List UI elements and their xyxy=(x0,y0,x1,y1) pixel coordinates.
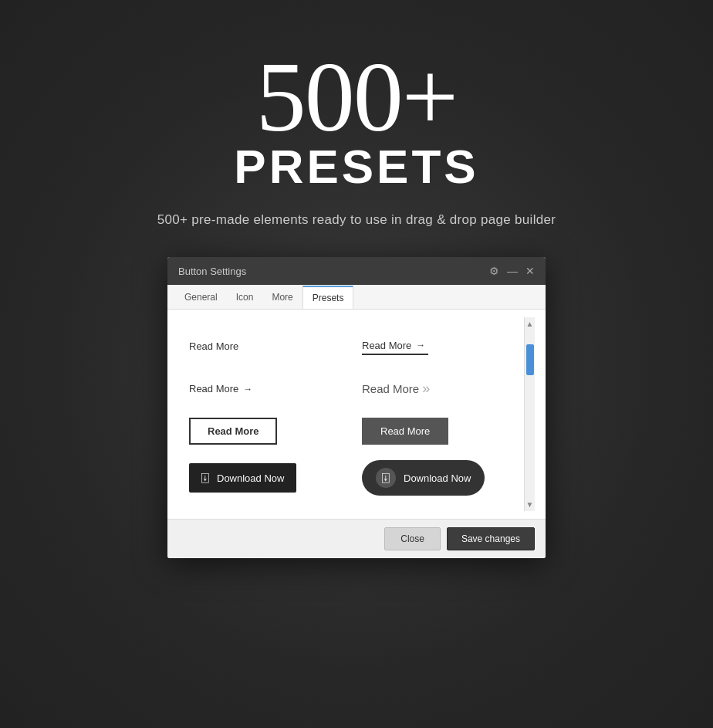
dialog-title: Button Settings xyxy=(178,266,246,277)
tab-icon[interactable]: Icon xyxy=(227,285,263,309)
preset-cell-arrow-text: Read More → xyxy=(178,367,351,410)
arrow-text-label: Read More xyxy=(189,383,238,394)
preset-outlined-button[interactable]: Read More xyxy=(189,418,277,445)
subtitle-text: 500+ pre-made elements ready to use in d… xyxy=(157,212,556,228)
scrollbar[interactable]: ▲ ▼ xyxy=(524,317,535,511)
cloud-download-icon: ⍗ xyxy=(201,471,209,485)
preset-underline-arrow-button[interactable]: Read More → xyxy=(362,338,428,355)
scroll-up-arrow[interactable]: ▲ xyxy=(526,320,534,328)
preset-cell-double-arrow: Read More » xyxy=(351,367,524,410)
dialog-footer: Close Save changes xyxy=(167,519,546,558)
gear-icon[interactable]: ⚙ xyxy=(489,265,499,277)
dialog-controls: ⚙ — ✕ xyxy=(489,265,535,277)
preset-plain-text-button[interactable]: Read More xyxy=(189,339,238,354)
double-arrow-label: Read More xyxy=(362,382,419,395)
preset-black-icon-button[interactable]: ⍗ Download Now xyxy=(189,463,296,493)
dialog-window: Button Settings ⚙ — ✕ General Icon More … xyxy=(167,257,546,558)
presets-grid: Read More Read More → Read More → xyxy=(178,317,524,511)
close-icon[interactable]: ✕ xyxy=(525,265,535,277)
scroll-down-arrow[interactable]: ▼ xyxy=(526,500,534,509)
save-changes-button[interactable]: Save changes xyxy=(447,527,535,550)
tab-presets[interactable]: Presets xyxy=(302,286,354,309)
dialog-tabs: General Icon More Presets xyxy=(167,285,546,310)
small-arrow-icon: → xyxy=(243,384,252,394)
dialog-content: Read More Read More → Read More → xyxy=(167,310,546,519)
preset-cell-outlined: Read More xyxy=(178,410,351,452)
double-arrow-icon: » xyxy=(422,381,430,397)
tab-more[interactable]: More xyxy=(262,285,302,309)
preset-arrow-text-button[interactable]: Read More → xyxy=(189,381,252,396)
scrollbar-area: Read More Read More → Read More → xyxy=(178,317,535,511)
minimize-icon[interactable]: — xyxy=(507,265,518,277)
preset-dark-round-icon-button[interactable]: ⍗ Download Now xyxy=(362,460,485,496)
hero-section: 500+ PRESETS 500+ pre-made elements read… xyxy=(0,0,713,228)
preset-double-arrow-button[interactable]: Read More » xyxy=(362,379,430,398)
tab-general[interactable]: General xyxy=(175,285,227,309)
preset-cell-underline-arrow: Read More → xyxy=(351,325,524,367)
preset-cell-dark-outlined: Read More xyxy=(351,410,524,452)
big-number: 500+ xyxy=(256,46,457,147)
arrow-icon: → xyxy=(416,340,425,350)
preset-dark-outlined-button[interactable]: Read More xyxy=(362,418,448,445)
scrollbar-thumb[interactable] xyxy=(526,344,534,375)
cloud-download-round-icon: ⍗ xyxy=(376,468,396,488)
preset-cell-plain-text: Read More xyxy=(178,325,351,367)
black-icon-label: Download Now xyxy=(217,472,284,484)
dialog-titlebar: Button Settings ⚙ — ✕ xyxy=(167,257,546,285)
close-button[interactable]: Close xyxy=(384,527,441,550)
preset-cell-black-icon: ⍗ Download Now xyxy=(178,452,351,503)
preset-cell-dark-round-icon: ⍗ Download Now xyxy=(351,452,524,503)
presets-heading: PRESETS xyxy=(234,139,478,194)
dark-round-icon-label: Download Now xyxy=(404,472,471,484)
underline-arrow-label: Read More xyxy=(362,340,411,351)
